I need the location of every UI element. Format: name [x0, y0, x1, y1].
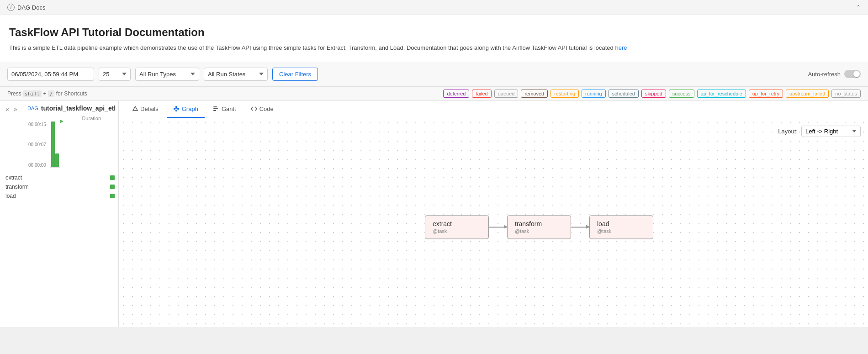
- graph-icon: [173, 106, 180, 112]
- auto-refresh-toggle[interactable]: [844, 70, 861, 78]
- status-badge-running[interactable]: running: [582, 90, 606, 98]
- status-badge-success[interactable]: success: [669, 90, 694, 98]
- dag-docs-bar: i DAG Docs ⌃: [0, 0, 868, 15]
- task-name-transform: transform: [5, 184, 29, 190]
- run-types-select[interactable]: All Run Types: [135, 68, 199, 81]
- status-legend: Press shift + / for Shortcuts deferred f…: [0, 87, 868, 101]
- doc-title: TaskFlow API Tutorial Documentation: [9, 26, 859, 39]
- right-panel: Details Graph Gantt: [119, 101, 868, 327]
- task-name-extract: extract: [5, 174, 22, 181]
- triangle-icon: [132, 106, 138, 111]
- layout-control: Layout: Left -> Right Top -> Bottom: [778, 126, 861, 137]
- status-badge-no-status[interactable]: no_status: [831, 90, 861, 98]
- tab-graph[interactable]: Graph: [167, 101, 205, 118]
- clear-filters-button[interactable]: Clear Filters: [272, 68, 318, 81]
- y-axis-top: 00:00:15: [28, 122, 46, 127]
- y-axis-mid: 00:00:07: [28, 142, 46, 147]
- nav-left-arrow[interactable]: «: [4, 105, 11, 114]
- auto-refresh-group: Auto-refresh: [808, 70, 861, 78]
- svg-marker-0: [133, 106, 138, 111]
- status-badge-restarting[interactable]: restarting: [550, 90, 579, 98]
- dag-label: DAG: [27, 106, 38, 111]
- tab-code[interactable]: Code: [244, 101, 280, 118]
- task-list: extract transform load: [0, 169, 118, 204]
- status-badge-deferred[interactable]: deferred: [443, 90, 469, 98]
- dag-arrow-1: [489, 227, 507, 227]
- gantt-icon: [213, 106, 219, 112]
- auto-refresh-label: Auto-refresh: [808, 71, 841, 78]
- list-item: load: [0, 191, 118, 201]
- status-badge-failed[interactable]: failed: [472, 90, 491, 98]
- dag-node-transform[interactable]: transform @task: [507, 215, 571, 239]
- list-item: transform: [0, 182, 118, 191]
- task-name-load: load: [5, 193, 16, 199]
- svg-rect-4: [175, 110, 177, 111]
- svg-rect-8: [213, 110, 216, 111]
- status-badge-removed[interactable]: removed: [521, 90, 548, 98]
- dag-node-extract[interactable]: extract @task: [425, 215, 489, 239]
- tab-details[interactable]: Details: [126, 101, 165, 118]
- status-badge-scheduled[interactable]: scheduled: [609, 90, 639, 98]
- info-icon: i: [7, 4, 15, 11]
- status-badge-up-for-reschedule[interactable]: up_for_reschedule: [697, 90, 746, 98]
- dag-arrow-2: [571, 227, 589, 227]
- svg-rect-1: [174, 108, 175, 110]
- run-states-select[interactable]: All Run States: [204, 68, 268, 81]
- dag-docs-title-group: i DAG Docs: [7, 4, 45, 11]
- dag-nodes: extract @task transform @task load @task: [425, 215, 653, 239]
- doc-link[interactable]: here: [615, 44, 627, 51]
- graph-canvas: Layout: Left -> Right Top -> Bottom extr…: [119, 118, 868, 327]
- status-badge-up-for-retry[interactable]: up_for_retry: [749, 90, 783, 98]
- duration-bar-2: [55, 153, 59, 167]
- run-count-select[interactable]: 25: [99, 68, 131, 81]
- date-input[interactable]: [7, 68, 94, 81]
- doc-section: TaskFlow API Tutorial Documentation This…: [0, 15, 868, 62]
- list-item: extract: [0, 173, 118, 182]
- svg-rect-7: [213, 108, 218, 109]
- layout-label: Layout:: [778, 128, 798, 135]
- dag-name: tutorial_taskflow_api_etl: [41, 105, 116, 112]
- doc-description: This is a simple ETL data pipeline examp…: [9, 43, 859, 53]
- left-panel: « » DAG tutorial_taskflow_api_etl Durati…: [0, 101, 119, 327]
- duration-section: Duration 00:00:15 00:00:07 00:00:00 ▶: [0, 114, 118, 169]
- task-dot-load: [110, 194, 115, 198]
- layout-select[interactable]: Left -> Right Top -> Bottom: [801, 126, 861, 137]
- shortcut-hint: Press shift + / for Shortcuts: [7, 90, 87, 97]
- dag-docs-label: DAG Docs: [17, 4, 45, 11]
- y-axis-bottom: 00:00:00: [28, 163, 46, 168]
- duration-bar-1: [51, 122, 55, 167]
- svg-rect-3: [175, 106, 177, 108]
- main-content: « » DAG tutorial_taskflow_api_etl Durati…: [0, 101, 868, 327]
- dag-node-load[interactable]: load @task: [589, 215, 653, 239]
- svg-rect-2: [177, 108, 179, 110]
- collapse-icon[interactable]: ⌃: [856, 4, 861, 11]
- svg-rect-6: [213, 106, 217, 107]
- task-dot-extract: [110, 175, 115, 180]
- tab-gantt[interactable]: Gantt: [206, 101, 243, 118]
- filter-bar: 25 All Run Types All Run States Clear Fi…: [0, 62, 868, 87]
- status-badge-queued[interactable]: queued: [494, 90, 519, 98]
- status-badge-skipped[interactable]: skipped: [641, 90, 666, 98]
- task-dot-transform: [110, 185, 115, 189]
- code-icon: [251, 106, 257, 112]
- tabs-nav: Details Graph Gantt: [119, 101, 868, 118]
- status-badge-upstream-failed[interactable]: upstream_failed: [786, 90, 829, 98]
- nav-right-arrow[interactable]: »: [12, 105, 19, 114]
- nav-arrows: « »: [4, 105, 19, 114]
